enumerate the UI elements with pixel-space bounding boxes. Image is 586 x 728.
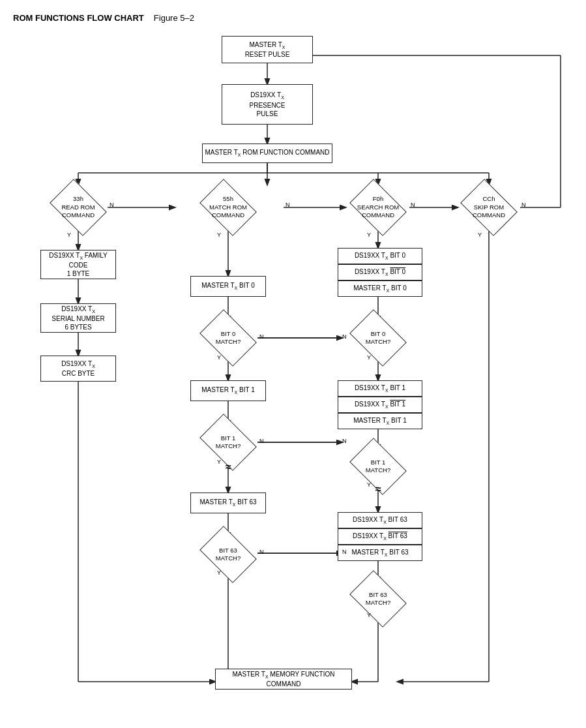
master-bit63-55h-box: MASTER TX BIT 63: [190, 493, 266, 513]
ds19xx-bit1b-box: DS19XX TX BIT 1: [338, 397, 422, 413]
label-bit0-left-n: N: [259, 333, 264, 340]
ds19xx-serial-box: DS19XX TXSERIAL NUMBER6 BYTES: [40, 303, 116, 333]
label-bit1-left-n: N: [259, 438, 264, 444]
label-bit0-right-n: N: [342, 333, 347, 340]
master-reset-box: MASTER TXRESET PULSE: [222, 36, 313, 63]
master-bit1-f0h-box: MASTER TX BIT 1: [338, 413, 422, 429]
master-bit0-55h-box: MASTER TX BIT 0: [190, 276, 266, 297]
master-bit1-55h-box: MASTER TX BIT 1: [190, 380, 266, 401]
bit0-match-right-diamond: BIT 0MATCH?: [349, 315, 407, 361]
label-bit63-right-y: Y: [367, 612, 371, 618]
cmd-f0h-diamond: F0hSEARCH ROMCOMMAND: [349, 185, 407, 230]
bit63-match-right-diamond: BIT 63MATCH?: [349, 576, 407, 622]
cmd-cch-diamond: CChSKIP ROMCOMMAND: [460, 185, 518, 230]
ds19xx-crc-box: DS19XX TXCRC BYTE: [40, 356, 116, 382]
label-bit0-right-y: Y: [367, 354, 371, 361]
ds19xx-presence-box: DS19XX TXPRESENCEPULSE: [222, 84, 313, 125]
label-33h-y: Y: [67, 232, 71, 238]
ds19xx-bit0b-box: DS19XX TX BIT 0: [338, 264, 422, 281]
squiggle-right-bit1: ≈: [375, 483, 381, 495]
label-bit1-right-y: Y: [367, 481, 371, 488]
bit0-match-left-diamond: BIT 0MATCH?: [199, 315, 257, 361]
label-bit0-left-y: Y: [217, 354, 221, 361]
label-bit63-left-y: Y: [217, 569, 221, 576]
label-cch-n: N: [521, 202, 526, 208]
ds19xx-bit0a-box: DS19XX TX BIT 0: [338, 248, 422, 264]
cmd-55h-diamond: 55hMATCH ROMCOMMAND: [199, 185, 257, 230]
master-bit63-f0h-box: MASTER TX BIT 63: [338, 545, 422, 561]
master-rom-func-box: MASTER TX ROM FUNCTION COMMAND: [202, 144, 332, 163]
ds19xx-family-box: DS19XX TX FAMILYCODE1 BYTE: [40, 250, 116, 279]
label-bit1-left-y: Y: [217, 459, 221, 465]
label-55h-y: Y: [217, 232, 221, 238]
squiggle-left-bit1: ≈: [226, 461, 231, 473]
label-cch-y: Y: [478, 232, 482, 238]
flowchart: MASTER TXRESET PULSE DS19XX TXPRESENCEPU…: [13, 23, 574, 714]
bit1-match-left-diamond: BIT 1MATCH?: [199, 419, 257, 465]
label-bit1-right-n: N: [342, 438, 347, 444]
label-bit63-left-n: N: [259, 549, 264, 555]
bit63-match-left-diamond: BIT 63MATCH?: [199, 532, 257, 577]
label-55h-n: N: [286, 202, 290, 208]
label-33h-n: N: [110, 202, 114, 208]
master-memory-box: MASTER TX MEMORY FUNCTION COMMAND: [215, 669, 352, 690]
label-f0h-y: Y: [367, 232, 371, 238]
ds19xx-bit1a-box: DS19XX TX BIT 1: [338, 380, 422, 397]
label-f0h-n: N: [411, 202, 415, 208]
ds19xx-bit63a-box: DS19XX TX BIT 63: [338, 512, 422, 528]
master-bit0-f0h-box: MASTER TX BIT 0: [338, 281, 422, 297]
ds19xx-bit63b-box: DS19XX TX BIT 63: [338, 528, 422, 545]
page-title: ROM FUNCTIONS FLOW CHART Figure 5–2: [13, 13, 573, 23]
label-bit63-right-n: N: [342, 549, 347, 555]
cmd-33h-diamond: 33hREAD ROMCOMMAND: [49, 185, 108, 230]
bit1-match-right-diamond: BIT 1MATCH?: [349, 444, 407, 489]
